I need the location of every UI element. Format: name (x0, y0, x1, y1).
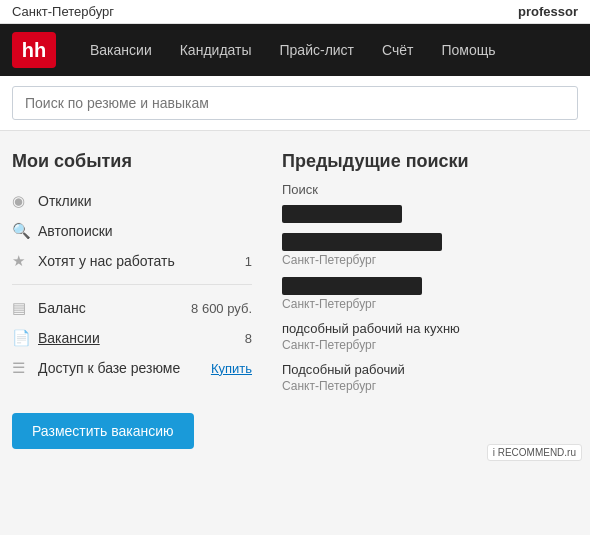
left-section-title: Мои события (12, 151, 252, 172)
recommend-badge: i RECOMMEND.ru (487, 444, 582, 461)
menu-item-label: Доступ к базе резюме (38, 360, 203, 376)
menu-item-responses: ◉ Отклики (12, 186, 252, 216)
menu-item-label: Вакансии (38, 330, 237, 346)
vacancies-link[interactable]: Вакансии (38, 330, 100, 346)
prev-search-item-1 (282, 205, 578, 223)
nav-link-help[interactable]: Помощь (428, 42, 510, 58)
redacted-bar-3 (282, 277, 422, 295)
redacted-bar-1 (282, 205, 402, 223)
prev-search-item-5: Подсобный рабочий Санкт-Петербург (282, 362, 578, 393)
menu-item-label: Баланс (38, 300, 183, 316)
responses-icon: ◉ (12, 192, 30, 210)
menu-item-balance: ▤ Баланс 8 600 руб. (12, 293, 252, 323)
autosearch-icon: 🔍 (12, 222, 30, 240)
resume-icon: ☰ (12, 359, 30, 377)
wanttojoin-badge: 1 (245, 254, 252, 269)
prev-search-item-3: Санкт-Петербург (282, 277, 578, 311)
nav-link-candidates[interactable]: Кандидаты (166, 42, 266, 58)
menu-list: ◉ Отклики 🔍 Автопоиски ★ Хотят у нас раб… (12, 186, 252, 383)
search-col-label: Поиск (282, 182, 578, 197)
logo-hh[interactable]: hh (12, 32, 56, 68)
vacancies-count-badge: 8 (245, 331, 252, 346)
prev-search-item-4: подсобный рабочий на кухню Санкт-Петербу… (282, 321, 578, 352)
top-bar-user: professor (518, 4, 578, 19)
prev-search-city-3: Санкт-Петербург (282, 297, 578, 311)
divider-1 (12, 284, 252, 285)
nav-links: Вакансии Кандидаты Прайс-лист Счёт Помощ… (76, 42, 510, 58)
balance-badge: 8 600 руб. (191, 301, 252, 316)
balance-icon: ▤ (12, 299, 30, 317)
menu-item-label: Хотят у нас работать (38, 253, 237, 269)
menu-item-label: Отклики (38, 193, 252, 209)
buy-link[interactable]: Купить (211, 361, 252, 376)
prev-search-text-4[interactable]: подсобный рабочий на кухню (282, 321, 578, 336)
nav-bar: hh Вакансии Кандидаты Прайс-лист Счёт По… (0, 24, 590, 76)
page-wrap: Санкт-Петербург professor hh Вакансии Ка… (0, 0, 590, 469)
top-bar-city: Санкт-Петербург (12, 4, 114, 19)
nav-link-account[interactable]: Счёт (368, 42, 427, 58)
star-icon: ★ (12, 252, 30, 270)
vacancies-icon: 📄 (12, 329, 30, 347)
top-bar: Санкт-Петербург professor (0, 0, 590, 24)
menu-item-label: Автопоиски (38, 223, 252, 239)
prev-search-item-2: Санкт-Петербург (282, 233, 578, 267)
menu-item-resume-access: ☰ Доступ к базе резюме Купить (12, 353, 252, 383)
menu-item-autosearch: 🔍 Автопоиски (12, 216, 252, 246)
right-section-title: Предыдущие поиски (282, 151, 578, 172)
redacted-bar-2 (282, 233, 442, 251)
prev-search-text-5[interactable]: Подсобный рабочий (282, 362, 578, 377)
left-col: Мои события ◉ Отклики 🔍 Автопоиски ★ Хот… (12, 151, 252, 449)
search-input[interactable] (12, 86, 578, 120)
menu-item-wanttojoin: ★ Хотят у нас работать 1 (12, 246, 252, 276)
nav-link-pricelist[interactable]: Прайс-лист (266, 42, 369, 58)
content: Мои события ◉ Отклики 🔍 Автопоиски ★ Хот… (0, 131, 590, 469)
search-bar-wrap (0, 76, 590, 131)
prev-search-city-5: Санкт-Петербург (282, 379, 578, 393)
menu-item-vacancies[interactable]: 📄 Вакансии 8 (12, 323, 252, 353)
right-col: Предыдущие поиски Поиск Санкт-Петербург … (282, 151, 578, 449)
prev-search-city-4: Санкт-Петербург (282, 338, 578, 352)
prev-search-city-2: Санкт-Петербург (282, 253, 578, 267)
post-vacancy-button[interactable]: Разместить вакансию (12, 413, 194, 449)
nav-link-vacancies[interactable]: Вакансии (76, 42, 166, 58)
